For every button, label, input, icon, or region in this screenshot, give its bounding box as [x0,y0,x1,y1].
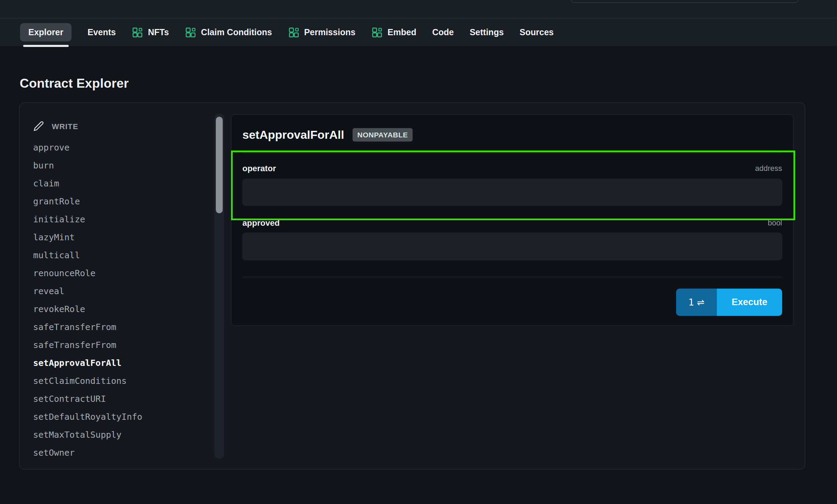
panel-footer-divider [242,277,782,277]
fields-top-divider [242,153,782,153]
function-list: approve burn claim grantRole initialize … [33,138,206,462]
swap-arrows-icon: ⇌ [697,297,704,308]
module-grid-icon [132,27,143,38]
tab-permissions[interactable]: Permissions [288,27,356,38]
tab-nfts-label: NFTs [148,28,169,37]
contract-dashboard-screen: Explorer Events NFTs [0,0,837,504]
tab-events-label: Events [87,28,116,37]
tab-nfts[interactable]: NFTs [132,27,169,38]
function-item-reveal[interactable]: reveal [33,282,206,300]
module-grid-icon [288,27,300,38]
function-name-title: setApprovalForAll [242,128,344,142]
tab-sources[interactable]: Sources [520,28,554,37]
tab-permissions-label: Permissions [304,28,356,37]
module-grid-icon [371,27,383,38]
tab-settings[interactable]: Settings [470,28,504,37]
function-item-grantrole[interactable]: grantRole [33,192,206,210]
function-item-safetransferfrom-1[interactable]: safeTransferFrom [33,318,206,336]
function-item-claim[interactable]: claim [33,174,206,192]
function-panel: setApprovalForAll NONPAYABLE operator ad… [231,114,793,326]
function-item-approve[interactable]: approve [33,138,206,156]
pencil-icon [33,120,44,133]
sidebar-scrollbar-track[interactable] [214,114,224,459]
operator-field-label: operator [242,164,276,173]
function-item-setcontracturi[interactable]: setContractURI [33,390,206,408]
approved-field-label: approved [242,218,280,228]
function-item-setmaxtotalsupply[interactable]: setMaxTotalSupply [33,426,206,444]
execute-button-group: 1 ⇌ Execute [676,289,782,316]
operator-field-type: address [755,164,782,173]
tab-embed-label: Embed [387,28,416,37]
operator-field-labels: operator address [242,162,782,175]
execute-button-label: Execute [732,297,768,308]
contract-tabs: Explorer Events NFTs [0,18,837,46]
tab-code[interactable]: Code [432,28,454,37]
mutability-badge: NONPAYABLE [353,128,413,142]
function-item-multicall[interactable]: multicall [33,246,206,264]
header-bar: Explorer Events NFTs [0,0,837,46]
function-item-renouncerole[interactable]: renounceRole [33,264,206,282]
function-item-safetransferfrom-2[interactable]: safeTransferFrom [33,336,206,354]
page-title: Contract Explorer [20,76,129,91]
function-panel-header: setApprovalForAll NONPAYABLE [242,127,413,142]
approved-field-type: bool [768,219,782,227]
function-item-setdefaultroyaltyinfo[interactable]: setDefaultRoyaltyInfo [33,408,206,426]
tab-claim-conditions[interactable]: Claim Conditions [185,27,272,38]
top-partial-element [571,0,799,3]
function-item-setclaimconditions[interactable]: setClaimConditions [33,372,206,390]
function-item-setowner[interactable]: setOwner [33,444,206,462]
sidebar-scrollbar-thumb[interactable] [216,117,223,213]
approved-field-labels: approved bool [242,217,782,229]
write-section-label: WRITE [52,122,78,131]
operator-input[interactable] [242,179,782,206]
tab-explorer[interactable]: Explorer [20,23,71,41]
function-item-setapprovalforall-selected[interactable]: setApprovalForAll [33,354,206,372]
function-item-revokerole[interactable]: revokeRole [33,300,206,318]
contract-explorer-card: WRITE approve burn claim grantRole initi… [19,103,805,469]
transaction-count-button[interactable]: 1 ⇌ [676,289,717,316]
module-grid-icon [185,27,196,38]
tab-explorer-label: Explorer [28,28,63,37]
approved-input[interactable] [242,233,782,260]
function-item-burn[interactable]: burn [33,156,206,174]
tab-sources-label: Sources [520,28,554,37]
tab-events[interactable]: Events [87,28,116,37]
transaction-count: 1 [689,297,694,308]
function-item-initialize[interactable]: initialize [33,210,206,228]
write-section-header: WRITE [33,121,78,133]
active-tab-underline [23,45,69,47]
tab-code-label: Code [432,28,454,37]
execute-button[interactable]: Execute [717,289,782,316]
tab-claim-conditions-label: Claim Conditions [201,28,272,37]
tab-settings-label: Settings [470,28,504,37]
function-item-lazymint[interactable]: lazyMint [33,228,206,246]
tab-embed[interactable]: Embed [371,27,416,38]
